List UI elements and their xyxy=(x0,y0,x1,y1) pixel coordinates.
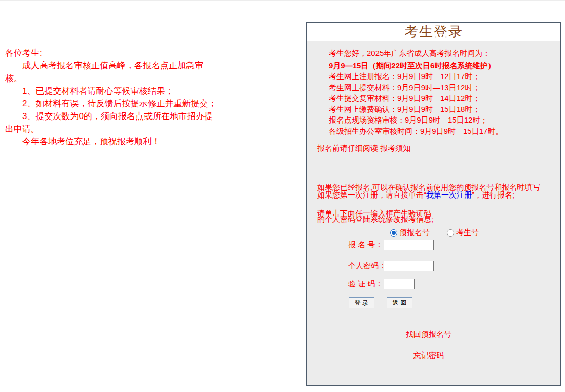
read-notice-text: 报名前请仔细阅读 xyxy=(317,144,380,152)
notice-line: 核。 xyxy=(5,72,243,85)
schedule-line: 报名点现场资格审核：9月9日9时—15日12时； xyxy=(329,114,503,126)
radio-pre-registration-number[interactable] xyxy=(390,229,397,237)
radio-group-pre-registration[interactable]: 预报名号 xyxy=(390,228,430,238)
first-register-link[interactable]: 我第一次注册 xyxy=(426,190,472,199)
notice-line: 今年各地考位充足，预祝报考顺利！ xyxy=(5,135,243,148)
notice-line: 成人高考报名审核正值高峰，各报名点正加急审 xyxy=(5,59,243,72)
captcha-input[interactable] xyxy=(384,279,415,289)
page-top-divider xyxy=(0,0,565,1)
password-input[interactable] xyxy=(384,261,434,271)
notice-line: 1、已提交材料者请耐心等候审核结果； xyxy=(5,85,243,97)
first-register-paragraph: 如果您第一次注册，请直接单击“我第一次注册”，进行报名; xyxy=(317,189,514,200)
forgot-password-link[interactable]: 忘记密码 xyxy=(413,351,444,360)
radio-pre-registration-label: 预报名号 xyxy=(399,228,430,238)
notice-line: 3、提交次数为0的，须向报名点或所在地市招办提 xyxy=(5,110,243,123)
notice-line: 2、如材料有误，待反馈后按提示修正并重新提交； xyxy=(5,97,243,110)
login-panel: 考生登录 考生您好，2025年广东省成人高考报名时间为： 9月9—15日（期间2… xyxy=(306,22,561,386)
exam-notice-link[interactable]: 报考须知 xyxy=(380,144,410,152)
forgot-password-row: 忘记密码 xyxy=(307,351,550,361)
schedule-line: 9月9—15日（期间22时至次日6时报名系统维护） xyxy=(329,60,503,71)
first-register-text: 如果您第一次注册，请直接单击“ xyxy=(317,190,426,199)
registration-schedule: 考生您好，2025年广东省成人高考报名时间为： 9月9—15日（期间22时至次日… xyxy=(329,48,503,136)
id-type-radio-group: 预报名号 考生号 xyxy=(390,228,479,238)
notice-line: 各位考生: xyxy=(5,47,243,59)
radio-group-candidate-number[interactable]: 考生号 xyxy=(447,228,479,238)
candidate-notice: 各位考生: 成人高考报名审核正值高峰，各报名点正加急审 核。 1、已提交材料者请… xyxy=(5,47,243,148)
schedule-line: 考生网上提交材料：9月9日9时—13日12时； xyxy=(329,82,503,93)
schedule-line: 考生提交复审材料：9月9日9时—14日12时； xyxy=(329,93,503,104)
read-notice-line: 报名前请仔细阅读 报考须知 xyxy=(317,143,410,153)
button-row: 登 录 返 回 xyxy=(349,297,412,308)
schedule-line: 考生网上注册报名：9月9日9时—12日17时； xyxy=(329,71,503,82)
captcha-label: 验 证 码： xyxy=(348,279,384,289)
radio-candidate-number[interactable] xyxy=(447,229,454,237)
password-label: 个人密码： xyxy=(348,261,384,271)
registration-number-input[interactable] xyxy=(384,240,434,250)
login-button[interactable]: 登 录 xyxy=(349,297,374,308)
password-row: 个人密码： xyxy=(348,261,434,271)
schedule-line: 考生网上缴费确认：9月9日9时—15日18时； xyxy=(329,104,503,115)
first-register-text-suffix: ”，进行报名; xyxy=(472,190,514,199)
panel-title: 考生登录 xyxy=(307,23,560,41)
retrieve-pre-registration-number-link[interactable]: 找回预报名号 xyxy=(406,330,451,338)
retrieve-number-row: 找回预报名号 xyxy=(307,330,550,339)
back-button[interactable]: 返 回 xyxy=(387,297,412,308)
notice-line: 出申请。 xyxy=(5,123,243,135)
schedule-line: 各级招生办公室审核时间：9月9日9时—15日17时。 xyxy=(329,126,503,137)
radio-candidate-number-label: 考生号 xyxy=(456,228,479,238)
captcha-row: 验 证 码： xyxy=(348,279,415,289)
registration-number-label: 报 名 号： xyxy=(348,240,384,250)
registration-number-row: 报 名 号： xyxy=(348,240,434,250)
captcha-hint: 请单击下面任一输入框产生验证码 xyxy=(317,208,431,218)
schedule-line: 考生您好，2025年广东省成人高考报名时间为： xyxy=(329,48,503,59)
